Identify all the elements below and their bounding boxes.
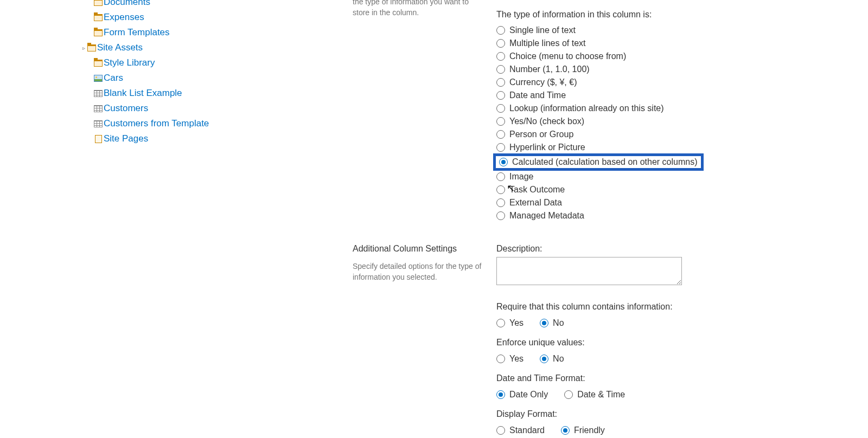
option-label: External Data [509, 198, 562, 208]
sidebar-item-blank-list[interactable]: ▸ Blank List Example [87, 86, 353, 101]
option-label: No [553, 318, 564, 328]
sidebar-item-label[interactable]: Blank List Example [104, 88, 182, 99]
enforce-yes-option[interactable]: Yes [496, 354, 524, 364]
radio-icon[interactable] [564, 390, 573, 399]
column-type-option[interactable]: Choice (menu to choose from) [496, 50, 835, 63]
sidebar-item-cars[interactable]: ▸ Cars [87, 70, 353, 86]
description-textarea[interactable] [496, 257, 682, 285]
sidebar-item-documents[interactable]: ▸ Documents [87, 0, 353, 10]
radio-icon[interactable] [496, 319, 505, 327]
option-label: Image [509, 172, 533, 182]
option-label: Hyperlink or Picture [509, 143, 585, 152]
sidebar-item-label[interactable]: Expenses [104, 12, 144, 23]
option-label: Friendly [574, 426, 605, 435]
folder-icon [93, 13, 103, 22]
enforce-unique-label: Enforce unique values: [496, 338, 835, 347]
option-label: Currency ($, ¥, €) [509, 78, 577, 87]
sidebar-item-customers[interactable]: ▸ Customers [87, 101, 353, 116]
option-label: Standard [509, 426, 545, 435]
radio-icon[interactable] [540, 319, 548, 327]
radio-icon[interactable] [561, 426, 570, 435]
radio-icon[interactable] [496, 65, 505, 74]
list-icon [93, 89, 103, 98]
option-label: Yes [509, 318, 524, 328]
radio-icon[interactable] [496, 355, 505, 363]
radio-icon[interactable] [496, 172, 505, 181]
radio-icon[interactable] [496, 39, 505, 48]
radio-icon[interactable] [496, 198, 505, 207]
option-label: Lookup (information already on this site… [509, 104, 664, 113]
standard-option[interactable]: Standard [496, 426, 545, 435]
option-label: Yes/No (check box) [509, 117, 584, 126]
column-type-option[interactable]: Single line of text [496, 24, 835, 37]
sidebar-item-label[interactable]: Form Templates [104, 27, 170, 38]
radio-icon[interactable] [496, 91, 505, 100]
radio-icon[interactable] [499, 158, 508, 166]
require-no-option[interactable]: No [540, 318, 564, 328]
column-type-option[interactable]: Multiple lines of text [496, 37, 835, 50]
sidebar-item-style-library[interactable]: ▸ Style Library [87, 55, 353, 70]
sidebar-item-label[interactable]: Customers [104, 103, 148, 114]
column-type-option[interactable]: Task Outcome [496, 183, 835, 196]
option-label: No [553, 354, 564, 364]
sidebar-item-label[interactable]: Site Pages [104, 133, 148, 144]
sidebar-item-customers-from-template[interactable]: ▸ Customers from Template [87, 116, 353, 131]
friendly-option[interactable]: Friendly [561, 426, 605, 435]
enforce-no-option[interactable]: No [540, 354, 564, 364]
sidebar-item-label[interactable]: Documents [104, 0, 150, 8]
description-label: Description: [496, 244, 835, 254]
folder-icon [93, 28, 103, 37]
date-only-option[interactable]: Date Only [496, 390, 548, 400]
option-label: Person or Group [509, 130, 573, 139]
option-label: Task Outcome [509, 185, 565, 195]
tree-caret-icon[interactable]: ▹ [80, 43, 87, 53]
column-type-option[interactable]: External Data [496, 196, 835, 209]
page-icon [93, 134, 103, 143]
radio-icon[interactable] [496, 117, 505, 126]
sidebar-item-label[interactable]: Cars [104, 73, 123, 83]
additional-settings-heading: Additional Column Settings [353, 244, 486, 254]
sidebar-item-site-pages[interactable]: ▸ Site Pages [87, 131, 353, 146]
column-type-highlighted: Calculated (calculation based on other c… [493, 153, 704, 171]
sidebar-item-label[interactable]: Customers from Template [104, 118, 209, 129]
column-type-option[interactable]: Lookup (information already on this site… [496, 102, 835, 115]
require-info-label: Require that this column contains inform… [496, 302, 835, 312]
sidebar-item-label[interactable]: Site Assets [97, 42, 143, 53]
folder-icon [93, 59, 103, 67]
radio-icon[interactable] [496, 104, 505, 113]
radio-icon[interactable] [496, 143, 505, 152]
radio-icon[interactable] [496, 211, 505, 220]
column-type-option[interactable]: Yes/No (check box) [496, 115, 835, 128]
datetime-radio-group: Date Only Date & Time [496, 387, 835, 403]
column-type-option[interactable]: Date and Time [496, 89, 835, 102]
radio-icon[interactable] [496, 78, 505, 87]
date-and-time-option[interactable]: Date & Time [564, 390, 625, 400]
radio-icon[interactable] [496, 26, 505, 35]
radio-icon[interactable] [496, 390, 505, 399]
sidebar-item-expenses[interactable]: ▸ Expenses [87, 10, 353, 25]
column-type-option[interactable]: Number (1, 1.0, 100) [496, 63, 835, 76]
folder-icon [93, 0, 103, 7]
require-yes-option[interactable]: Yes [496, 318, 524, 328]
radio-icon[interactable] [496, 52, 505, 61]
sidebar-item-site-assets[interactable]: ▹ Site Assets [80, 40, 353, 55]
sidebar-tree: ▸ Documents ▸ Expenses ▸ Form Templates … [0, 0, 353, 438]
sidebar-item-label[interactable]: Style Library [104, 57, 155, 68]
option-label: Number (1, 1.0, 100) [509, 65, 590, 74]
image-icon [93, 74, 103, 82]
option-label: Choice (menu to choose from) [509, 51, 626, 61]
column-type-option[interactable]: Managed Metadata [496, 209, 835, 222]
datetime-format-label: Date and Time Format: [496, 373, 835, 383]
radio-icon[interactable] [540, 355, 548, 363]
column-type-option[interactable]: Currency ($, ¥, €) [496, 76, 835, 89]
column-type-option[interactable]: Image [496, 170, 835, 183]
column-type-option[interactable]: Hyperlink or Picture [496, 141, 835, 154]
radio-icon[interactable] [496, 185, 505, 194]
sidebar-item-form-templates[interactable]: ▸ Form Templates [87, 25, 353, 40]
column-type-option[interactable]: Person or Group [496, 128, 835, 141]
radio-icon[interactable] [496, 426, 505, 435]
option-label: Date & Time [577, 390, 625, 400]
radio-icon[interactable] [496, 130, 505, 139]
column-type-option[interactable]: Calculated (calculation based on other c… [496, 154, 835, 170]
type-section-description: the type of information you want to stor… [353, 0, 483, 18]
